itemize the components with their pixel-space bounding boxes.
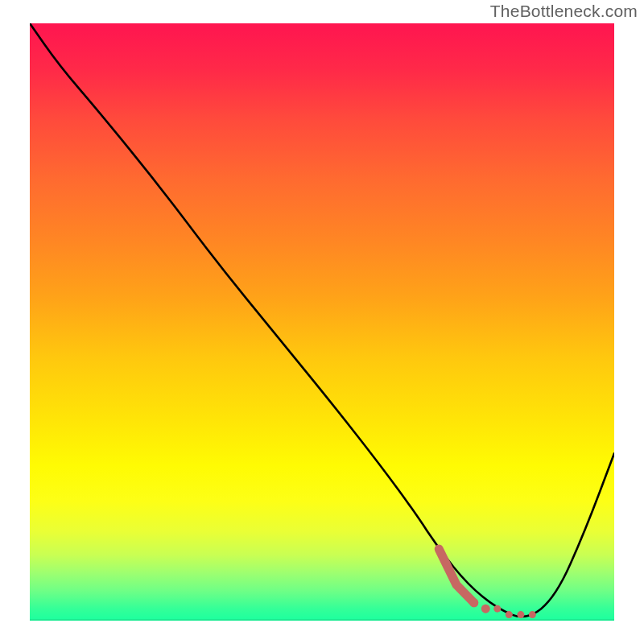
marker-dot [481,605,490,613]
marker-dot [493,605,501,613]
plot-area [30,23,614,621]
marker-dot [529,611,536,618]
marker-dot [469,598,478,607]
marker-dot [506,611,513,618]
chart-container: TheBottleneck.com [0,0,644,644]
marker-stroke [439,549,474,603]
bottleneck-curve [30,23,614,617]
marker-dot [517,611,524,618]
watermark-text: TheBottleneck.com [490,2,638,21]
optimal-region-markers [439,549,536,618]
plot-svg [30,23,614,621]
